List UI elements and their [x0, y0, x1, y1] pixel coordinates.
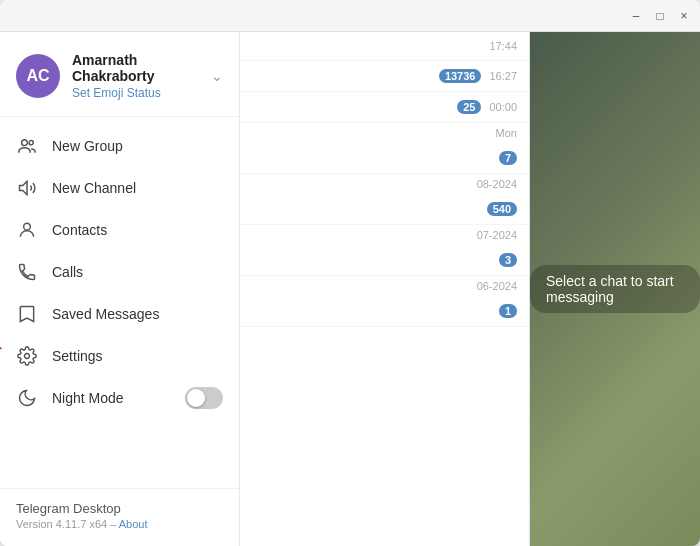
chat-list-item[interactable]: 3 [240, 245, 529, 276]
chat-list-item[interactable]: 1 [240, 296, 529, 327]
svg-point-2 [24, 223, 31, 230]
sidebar-item-calls[interactable]: Calls [0, 251, 239, 293]
phone-icon [16, 261, 38, 283]
chat-time: 16:27 [489, 70, 517, 82]
settings-label: Settings [52, 348, 103, 364]
svg-point-1 [29, 141, 33, 145]
chat-list-item[interactable]: 13736 16:27 [240, 61, 529, 92]
sidebar-item-new-group[interactable]: New Group [0, 125, 239, 167]
app-body: AC Amarnath Chakraborty Set Emoji Status… [0, 32, 700, 546]
avatar: AC [16, 54, 60, 98]
date-separator: Mon [240, 123, 529, 143]
chat-list-item[interactable]: 7 [240, 143, 529, 174]
sidebar-item-night-mode[interactable]: Night Mode [0, 377, 239, 419]
chat-list-item[interactable]: 17:44 [240, 32, 529, 61]
chat-list-item[interactable]: 25 00:00 [240, 92, 529, 123]
minimize-button[interactable]: – [628, 8, 644, 24]
night-mode-left: Night Mode [16, 387, 124, 409]
sidebar-item-saved-messages[interactable]: Saved Messages [0, 293, 239, 335]
chat-list-item[interactable]: 540 [240, 194, 529, 225]
unread-badge: 7 [499, 151, 517, 165]
sidebar-item-contacts[interactable]: Contacts [0, 209, 239, 251]
about-link[interactable]: About [119, 518, 148, 530]
new-group-label: New Group [52, 138, 123, 154]
profile-section[interactable]: AC Amarnath Chakraborty Set Emoji Status… [0, 32, 239, 117]
bookmark-icon [16, 303, 38, 325]
moon-icon [16, 387, 38, 409]
megaphone-icon [16, 177, 38, 199]
chevron-down-icon: ⌄ [211, 68, 223, 84]
profile-status[interactable]: Set Emoji Status [72, 86, 199, 100]
new-channel-label: New Channel [52, 180, 136, 196]
svg-point-0 [22, 140, 28, 146]
sidebar-menu: AC Amarnath Chakraborty Set Emoji Status… [0, 32, 240, 546]
calls-label: Calls [52, 264, 83, 280]
contacts-label: Contacts [52, 222, 107, 238]
date-separator: 08-2024 [240, 174, 529, 194]
svg-point-3 [25, 354, 30, 359]
profile-name: Amarnath Chakraborty [72, 52, 199, 84]
sidebar-item-new-channel[interactable]: New Channel [0, 167, 239, 209]
sidebar-footer: Telegram Desktop Version 4.11.7 x64 – Ab… [0, 488, 239, 546]
unread-badge: 3 [499, 253, 517, 267]
chat-time: 00:00 [489, 101, 517, 113]
maximize-button[interactable]: □ [652, 8, 668, 24]
unread-badge: 540 [487, 202, 517, 216]
sidebar-item-settings[interactable]: Settings [0, 335, 239, 377]
date-separator: 06-2024 [240, 276, 529, 296]
app-name: Telegram Desktop [16, 501, 223, 516]
app-window: – □ × AC Amarnath Chakraborty Set Emoji … [0, 0, 700, 546]
titlebar: – □ × [0, 0, 700, 32]
menu-list: New Group New Channel [0, 117, 239, 488]
version-info: Version 4.11.7 x64 – About [16, 518, 223, 530]
night-mode-label: Night Mode [52, 390, 124, 406]
person-icon [16, 219, 38, 241]
unread-badge: 13736 [439, 69, 482, 83]
main-chat-area: Select a chat to start messaging [530, 32, 700, 546]
toggle-knob [187, 389, 205, 407]
empty-state-message: Select a chat to start messaging [530, 265, 700, 313]
chat-list-area: 17:44 13736 16:27 25 00:00 Mon 7 08-2024… [240, 32, 530, 546]
profile-info: Amarnath Chakraborty Set Emoji Status [72, 52, 199, 100]
gear-icon [16, 345, 38, 367]
close-button[interactable]: × [676, 8, 692, 24]
people-icon [16, 135, 38, 157]
unread-badge: 1 [499, 304, 517, 318]
date-separator: 07-2024 [240, 225, 529, 245]
unread-badge: 25 [457, 100, 481, 114]
chat-time: 17:44 [489, 40, 517, 52]
night-mode-toggle[interactable] [185, 387, 223, 409]
saved-messages-label: Saved Messages [52, 306, 159, 322]
